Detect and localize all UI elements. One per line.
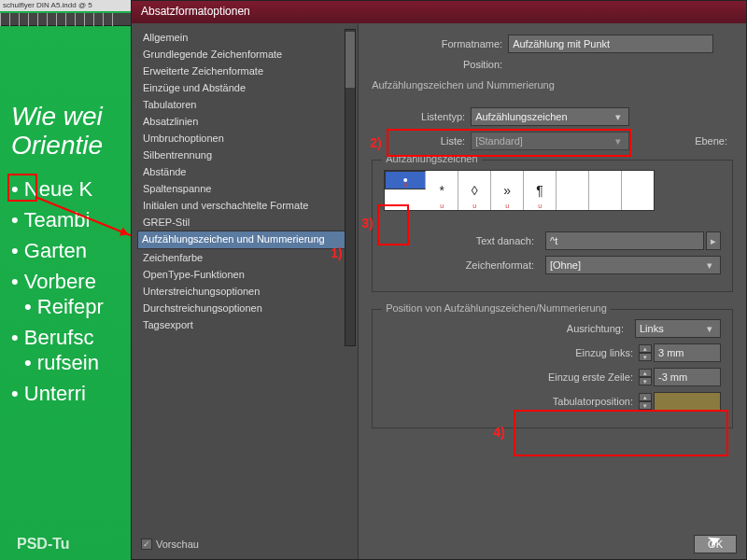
sidebar-item[interactable]: OpenType-Funktionen (137, 266, 352, 283)
zeichenformat-label: Zeichenformat: (466, 259, 534, 271)
formatname-label: Formatname: (372, 38, 502, 49)
step-down-icon[interactable]: ▾ (639, 377, 652, 385)
ausrichtung-dropdown[interactable]: Links▾ (635, 319, 721, 338)
sidebar-item[interactable]: Zeichenfarbe (137, 249, 352, 266)
group-legend: Aufzählungszeichen (382, 153, 481, 164)
bullet-glyph-cell[interactable] (589, 171, 622, 210)
text-danach-menu[interactable]: ▸ (706, 231, 721, 250)
einzug-erste-stepper[interactable]: ▴▾ (639, 368, 721, 386)
sidebar-item[interactable]: Initialen und verschachtelte Formate (137, 197, 352, 214)
sidebar-item[interactable]: Einzüge und Abstände (137, 79, 352, 96)
sidebar-item[interactable]: Tagsexport (137, 316, 352, 333)
list-item: Unterri (11, 378, 104, 409)
sidebar-item[interactable]: Spaltenspanne (137, 180, 352, 197)
formatname-field[interactable] (508, 35, 713, 53)
listentyp-label: Listentyp: (372, 111, 465, 122)
bullet-glyph-cell[interactable] (557, 171, 589, 210)
vorschau-label: Vorschau (156, 539, 199, 550)
text-danach-label: Text danach: (476, 235, 534, 246)
ruler (0, 13, 131, 26)
einzug-erste-field[interactable] (654, 368, 721, 386)
document-canvas: schulflyer DIN A5.indd @ 5 Wie weiOrient… (0, 0, 131, 560)
step-down-icon[interactable]: ▾ (639, 353, 652, 361)
sidebar-item[interactable]: Unterstreichungsoptionen (137, 283, 352, 300)
bullet-glyph-cell[interactable]: •u (385, 171, 426, 189)
bullet-glyph-cell[interactable] (622, 171, 654, 210)
sidebar-item[interactable]: Tabulatoren (137, 96, 352, 113)
sidebar-item[interactable]: Erweiterte Zeichenformate (137, 63, 352, 79)
sidebar-item[interactable]: Umbruchoptionen (137, 130, 352, 147)
bullet-glyph-grid: •u*u◊u»u¶u (384, 170, 655, 211)
watermark: PSD-Tu (17, 536, 70, 553)
step-up-icon[interactable]: ▴ (639, 344, 652, 353)
list-item: Teambi (11, 204, 104, 235)
chevron-down-icon: ▸ (711, 235, 716, 247)
liste-dropdown[interactable]: [Standard]▾ (471, 132, 629, 150)
paragraph-style-options-dialog: Absatzformatoptionen AllgemeinGrundlegen… (131, 0, 747, 560)
einzug-links-stepper[interactable]: ▴▾ (639, 343, 721, 362)
sidebar-item[interactable]: Durchstreichungsoptionen (137, 300, 352, 316)
ok-button[interactable]: OK (694, 535, 737, 553)
sidebar-item[interactable]: Absatzlinien (137, 113, 352, 130)
chevron-down-icon: ▾ (612, 111, 625, 123)
document-tab[interactable]: schulflyer DIN A5.indd @ 5 (0, 0, 131, 11)
list-item: Neue K (11, 174, 104, 204)
sidebar-item[interactable]: Allgemein (137, 29, 352, 46)
vorschau-checkbox[interactable]: ✓Vorschau (141, 539, 199, 550)
position-group: Position von Aufzählungszeichen/Nummerie… (372, 309, 733, 428)
bullets-group: Aufzählungszeichen •u*u◊u»u¶u Text danac… (372, 160, 733, 292)
bullet-glyph-cell[interactable]: »u (491, 171, 524, 210)
position-label: Position: (372, 59, 502, 70)
step-up-icon[interactable]: ▴ (639, 393, 652, 401)
ausrichtung-label: Ausrichtung: (567, 323, 624, 334)
list-item: rufsein (24, 347, 104, 378)
sidebar-item[interactable]: Silbentrennung (137, 147, 352, 163)
step-up-icon[interactable]: ▴ (639, 369, 652, 377)
sidebar-item[interactable]: Abstände (137, 163, 352, 180)
group-legend: Position von Aufzählungszeichen/Nummerie… (382, 302, 611, 314)
doc-heading: Wie weiOrientie (11, 103, 104, 161)
chevron-down-icon: ▾ (612, 135, 625, 147)
tabpos-label: Tabulatorposition: (553, 396, 633, 407)
chevron-down-icon: ▾ (703, 259, 716, 272)
bullet-glyph-cell[interactable]: *u (426, 171, 458, 210)
zeichenformat-dropdown[interactable]: [Ohne]▾ (545, 256, 721, 274)
tabpos-field[interactable] (654, 392, 721, 411)
checkbox-icon: ✓ (141, 539, 152, 550)
panel-bullets-numbering: Formatname: Position: Aufzählungszeichen… (359, 23, 746, 559)
list-item: Garten (11, 235, 104, 266)
category-sidebar: AllgemeinGrundlegende ZeichenformateErwe… (132, 23, 359, 559)
doc-bullet-list: Neue K Teambi Garten Vorbere Reifepr Ber… (11, 174, 104, 409)
section-heading: Aufzählungszeichen und Nummerierung (372, 79, 733, 91)
dialog-titlebar[interactable]: Absatzformatoptionen (132, 1, 746, 23)
bullet-glyph-cell[interactable]: ◊u (458, 171, 491, 210)
tabpos-stepper[interactable]: ▴▾ (639, 392, 721, 411)
einzug-links-label: Einzug links: (575, 347, 633, 358)
sidebar-item[interactable]: GREP-Stil (137, 214, 352, 231)
step-down-icon[interactable]: ▾ (639, 401, 652, 410)
list-item: Reifepr (24, 291, 104, 322)
bullet-glyph-cell[interactable]: ¶u (524, 171, 557, 210)
chevron-down-icon: ▾ (703, 323, 716, 335)
listentyp-dropdown[interactable]: Aufzählungszeichen▾ (471, 107, 629, 126)
ebene-label: Ebene: (695, 135, 727, 147)
sidebar-item[interactable]: Grundlegende Zeichenformate (137, 46, 352, 63)
sidebar-item[interactable]: Aufzählungszeichen und Nummerierung (137, 231, 352, 249)
sidebar-scrollbar[interactable] (345, 29, 356, 346)
liste-label: Liste: (372, 135, 465, 147)
einzug-links-field[interactable] (654, 343, 721, 362)
text-danach-field[interactable] (545, 231, 704, 250)
einzug-erste-label: Einzug erste Zeile: (548, 371, 633, 383)
